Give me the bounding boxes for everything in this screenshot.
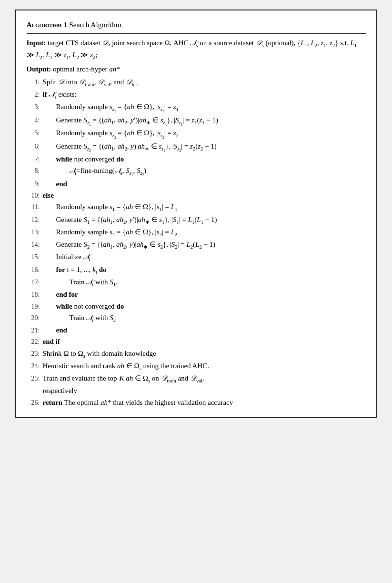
line-15: 15: Initialize 𝒩t <box>27 251 366 263</box>
line-content-25-cont: respectively <box>43 385 366 396</box>
line-num-23: 23: <box>27 349 40 359</box>
line-content-7: while not converged do <box>43 154 366 165</box>
line-18: 18: end for <box>27 289 366 300</box>
line-24: 24: Heuristic search and rank ah ∈ Ωs us… <box>27 361 366 372</box>
line-num-1: 1: <box>27 77 40 88</box>
line-23: 23: Shrink Ω to Ωs with domain knowledge <box>27 348 366 360</box>
line-content-1: Split 𝒟 into 𝒟train, 𝒟val, and 𝒟test <box>43 77 366 89</box>
line-25-cont: respectively <box>27 385 366 396</box>
line-5: 5: Randomly sample sz2 = {ah ∈ Ω}, |sz2|… <box>27 128 366 140</box>
line-content-23: Shrink Ω to Ωs with domain knowledge <box>43 348 366 360</box>
line-3: 3: Randomly sample sz1 = {ah ∈ Ω}, |sz1|… <box>27 101 366 114</box>
line-num-18: 18: <box>27 290 40 300</box>
line-num-21: 21: <box>27 325 40 336</box>
line-num-19: 19: <box>27 302 40 312</box>
line-4: 4: Generate Sz1 = {(ah1, ah2, y′)|ah∗ ∈ … <box>27 115 366 127</box>
algorithm-title: Algorithm 1 Search Algorithm <box>27 19 366 34</box>
line-num-22: 22: <box>27 337 40 347</box>
algorithm-lines: 1: Split 𝒟 into 𝒟train, 𝒟val, and 𝒟test … <box>27 77 366 408</box>
algorithm-name: Search Algorithm <box>69 20 121 29</box>
line-content-12: Generate S1 = {(ah1, ah2, y′)|ah∗ ∈ s1},… <box>43 214 366 226</box>
line-num-26: 26: <box>27 398 40 408</box>
line-content-5: Randomly sample sz2 = {ah ∈ Ω}, |sz2| = … <box>43 128 366 140</box>
line-num-13: 13: <box>27 227 40 238</box>
line-num-7: 7: <box>27 154 40 165</box>
line-num-9: 9: <box>27 179 40 190</box>
output-label: Output: <box>27 65 51 73</box>
line-num-10: 10: <box>27 191 40 201</box>
line-16: 16: for t = 1, ..., kt do <box>27 264 366 276</box>
line-13: 13: Randomly sample s2 = {ah ∈ Ω}, |s2| … <box>27 227 366 239</box>
line-12: 12: Generate S1 = {(ah1, ah2, y′)|ah∗ ∈ … <box>27 214 366 226</box>
line-num-15: 15: <box>27 252 40 262</box>
line-content-10: else <box>43 190 366 201</box>
input-label: Input: <box>27 39 46 47</box>
line-num-4: 4: <box>27 115 40 126</box>
line-6: 6: Generate Sz2 = {(ah1, ah2, y)|ah∗ ∈ s… <box>27 141 366 153</box>
line-num-2: 2: <box>27 90 40 100</box>
line-9: 9: end <box>27 179 366 190</box>
line-1: 1: Split 𝒟 into 𝒟train, 𝒟val, and 𝒟test <box>27 77 366 89</box>
line-10: 10: else <box>27 190 366 201</box>
output-text: optimal arch-hyper ah* <box>53 65 120 73</box>
line-content-9: end <box>43 179 366 190</box>
line-content-16: for t = 1, ..., kt do <box>43 264 366 276</box>
line-content-14: Generate S2 = {(ah1, ah2, y)|ah∗ ∈ s2}, … <box>43 239 366 251</box>
line-content-25: Train and evaluate the top-K ah ∈ Ωs on … <box>43 373 366 385</box>
line-num-24: 24: <box>27 361 40 372</box>
line-11: 11: Randomly sample s1 = {ah ∈ Ω}, |s1| … <box>27 201 366 213</box>
line-num-12: 12: <box>27 215 40 225</box>
line-content-26: return The optimal ah* that yields the h… <box>43 397 366 408</box>
line-num-14: 14: <box>27 240 40 250</box>
line-num-25: 25: <box>27 373 40 384</box>
line-num-11: 11: <box>27 202 40 212</box>
algorithm-box: Algorithm 1 Search Algorithm Input: targ… <box>15 10 377 418</box>
line-content-22: end if <box>43 336 366 347</box>
line-14: 14: Generate S2 = {(ah1, ah2, y)|ah∗ ∈ s… <box>27 239 366 251</box>
line-content-21: end <box>43 325 366 336</box>
line-content-6: Generate Sz2 = {(ah1, ah2, y)|ah∗ ∈ sz2}… <box>43 141 366 153</box>
line-content-24: Heuristic search and rank ah ∈ Ωs using … <box>43 361 366 372</box>
line-content-19: while not converged do <box>43 301 366 312</box>
line-content-20: Train 𝒩t with S2 <box>43 312 366 324</box>
line-content-18: end for <box>43 289 366 300</box>
line-19: 19: while not converged do <box>27 301 366 312</box>
line-num-16: 16: <box>27 265 40 275</box>
line-22: 22: end if <box>27 336 366 347</box>
line-content-17: Train 𝒩t with S1. <box>43 277 366 289</box>
line-num-5: 5: <box>27 128 40 139</box>
line-num-3: 3: <box>27 102 40 112</box>
line-content-3: Randomly sample sz1 = {ah ∈ Ω}, |sz1| = … <box>43 101 366 114</box>
line-num-17: 17: <box>27 277 40 288</box>
line-content-2: if 𝒩s exists: <box>43 89 366 101</box>
line-8: 8: 𝒩t=fine-tuning(𝒩s, Sz1, Sz2) <box>27 165 366 178</box>
line-26: 26: return The optimal ah* that yields t… <box>27 397 366 408</box>
line-17: 17: Train 𝒩t with S1. <box>27 277 366 289</box>
line-21: 21: end <box>27 325 366 336</box>
input-text: target CTS dataset 𝒟, joint search space… <box>27 39 357 59</box>
line-num-6: 6: <box>27 141 40 152</box>
line-content-8: 𝒩t=fine-tuning(𝒩s, Sz1, Sz2) <box>43 165 366 178</box>
line-2: 2: if 𝒩s exists: <box>27 89 366 101</box>
input-section: Input: target CTS dataset 𝒟, joint searc… <box>27 38 366 62</box>
line-content-13: Randomly sample s2 = {ah ∈ Ω}, |s2| = L2 <box>43 227 366 239</box>
output-section: Output: optimal arch-hyper ah* <box>27 64 366 75</box>
line-content-4: Generate Sz1 = {(ah1, ah2, y′)|ah∗ ∈ sz1… <box>43 115 366 127</box>
line-20: 20: Train 𝒩t with S2 <box>27 312 366 324</box>
line-num-20: 20: <box>27 313 40 323</box>
line-7: 7: while not converged do <box>27 154 366 165</box>
line-num-8: 8: <box>27 166 40 176</box>
line-content-11: Randomly sample s1 = {ah ∈ Ω}, |s1| = L1 <box>43 201 366 213</box>
line-content-15: Initialize 𝒩t <box>43 251 366 263</box>
line-25: 25: Train and evaluate the top-K ah ∈ Ωs… <box>27 373 366 385</box>
algorithm-label: Algorithm 1 <box>27 20 68 29</box>
